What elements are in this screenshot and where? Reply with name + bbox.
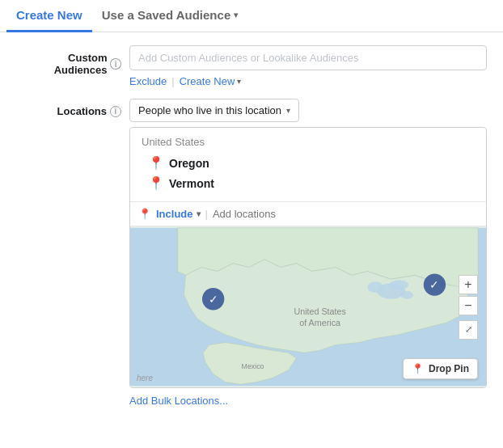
svg-text:United States: United States [294,306,346,316]
pin-icon: 📍 [148,155,164,171]
separator: | [171,75,174,87]
exclude-link[interactable]: Exclude [129,75,167,87]
main-content: Custom Audiences i Exclude | Create New … [0,32,503,431]
here-watermark: here [137,374,153,382]
svg-point-4 [390,280,408,290]
svg-point-3 [400,291,413,299]
map-container[interactable]: United States of America Mexico ✓ ✓ + [130,226,486,387]
create-new-link-label: Create New [180,75,235,87]
include-label: Include [156,208,193,220]
add-bulk-link[interactable]: Add Bulk Locations... [129,395,228,407]
create-new-link[interactable]: Create New ▾ [180,75,242,87]
svg-text:✓: ✓ [429,279,439,291]
location-name: Oregon [169,157,209,170]
location-name: Vermont [169,177,214,190]
custom-audiences-label: Custom Audiences i [16,45,129,76]
zoom-in-button[interactable]: + [459,275,478,294]
expand-button[interactable]: ⤢ [459,320,478,340]
locations-label: Locations i [16,99,129,117]
custom-audiences-info-icon[interactable]: i [110,58,121,70]
drop-pin-label: Drop Pin [429,363,469,374]
custom-audiences-input[interactable] [129,45,487,70]
chevron-down-icon: ▾ [237,77,241,86]
locations-field: People who live in this location ▾ Unite… [129,99,487,407]
chevron-down-icon: ▾ [234,11,238,19]
create-new-label: Create New [16,8,82,22]
chevron-down-icon: ▾ [197,209,201,218]
include-button[interactable]: Include ▾ [156,208,201,220]
svg-text:of America: of America [299,318,340,328]
location-list-inner: United States 📍 Oregon 📍 Vermont [130,128,486,201]
include-pin-icon: 📍 [138,208,151,220]
tab-use-saved[interactable]: Use a Saved Audience ▾ [92,0,248,32]
svg-text:✓: ✓ [209,294,218,306]
tab-bar: Create New Use a Saved Audience ▾ [0,0,503,32]
pin-icon: 📍 [148,175,164,191]
custom-audiences-row: Custom Audiences i Exclude | Create New … [16,45,487,87]
location-list-box: United States 📍 Oregon 📍 Vermont 📍 Inclu… [129,127,487,388]
zoom-out-button[interactable]: − [459,296,478,315]
location-item[interactable]: 📍 Vermont [142,173,475,193]
locations-info-icon[interactable]: i [110,106,121,117]
location-item[interactable]: 📍 Oregon [142,153,475,173]
location-filter-label: People who live in this location [138,104,281,116]
custom-audiences-field: Exclude | Create New ▾ [129,45,487,87]
chevron-down-icon: ▾ [286,106,290,115]
drop-pin-icon: 📍 [412,363,424,374]
tab-create-new[interactable]: Create New [6,0,92,32]
location-country: United States [142,136,475,148]
add-locations-input[interactable] [213,208,342,220]
drop-pin-button[interactable]: 📍 Drop Pin [403,358,478,379]
exclude-row: Exclude | Create New ▾ [129,75,487,87]
map-controls: + − ⤢ [459,275,478,340]
use-saved-label: Use a Saved Audience [102,8,231,22]
svg-point-2 [367,281,383,293]
locations-row: Locations i People who live in this loca… [16,99,487,407]
include-separator: | [205,208,208,220]
svg-text:Mexico: Mexico [242,362,264,370]
include-bar: 📍 Include ▾ | [130,201,486,226]
location-filter-dropdown[interactable]: People who live in this location ▾ [129,99,299,122]
